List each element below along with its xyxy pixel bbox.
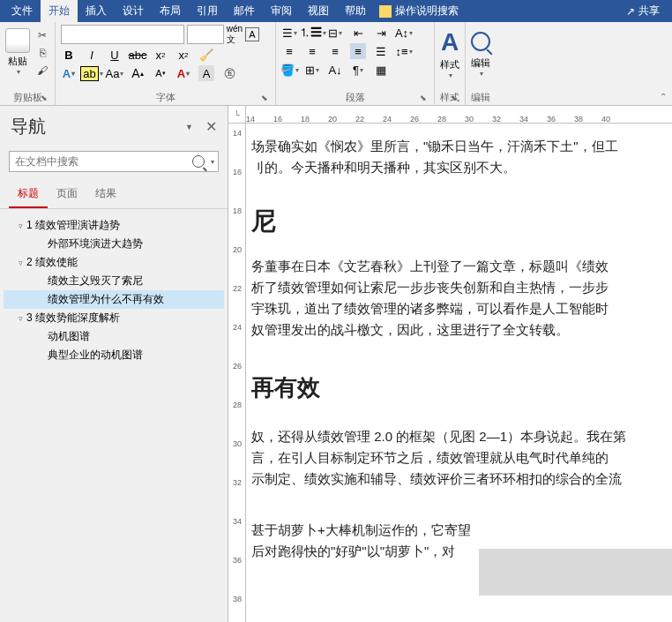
vertical-ruler[interactable]: 14161820222426283032343638 <box>228 124 246 622</box>
superscript-button[interactable]: x2 <box>175 47 191 63</box>
styles-dropdown[interactable]: ▾ <box>449 71 452 79</box>
tab-insert[interactable]: 插入 <box>78 0 115 22</box>
clipboard-launcher-icon[interactable]: ⬊ <box>41 94 48 102</box>
find-icon[interactable] <box>471 32 490 51</box>
format-painter-icon[interactable]: 🖌 <box>35 64 49 78</box>
share-button[interactable]: ↗共享 <box>617 4 668 19</box>
navigation-pane: 导航 ▼ ✕ ▾ 标题 页面 结果 ▿1 绩效管理演讲趋势外部环境演进大趋势▿2… <box>0 106 228 622</box>
tab-review[interactable]: 审阅 <box>263 0 300 22</box>
bold-button[interactable]: B <box>61 47 77 63</box>
pinyin-guide-icon[interactable]: wén文 <box>227 26 243 42</box>
nav-tab-headings[interactable]: 标题 <box>9 181 48 208</box>
group-font: wén文 A B I U abc x2 x2 🧹 A▾ ab▾ Aa▾ A▴ A… <box>56 22 276 106</box>
change-case-icon[interactable]: Aa▾ <box>107 65 123 81</box>
nav-tree-item[interactable]: ▿2 绩效使能 <box>4 253 224 272</box>
sort-icon[interactable]: A↓ <box>327 62 343 78</box>
align-center-icon[interactable]: ≡ <box>304 43 320 59</box>
nav-search-box[interactable]: ▾ <box>9 151 219 172</box>
ruler-corner-icon: └ <box>228 106 246 124</box>
nav-tree-item[interactable]: 外部环境演进大趋势 <box>4 235 224 253</box>
group-clipboard: 粘贴 ▾ ✂ ⎘ 🖌 剪贴板⬊ <box>0 22 56 106</box>
tab-mailings[interactable]: 邮件 <box>226 0 263 22</box>
snap-grid-icon[interactable]: ▦ <box>373 62 389 78</box>
ribbon: 粘贴 ▾ ✂ ⎘ 🖌 剪贴板⬊ wén文 A B I U abc x2 x2 🧹 <box>0 22 672 106</box>
menu-bar: 文件 开始 插入 设计 布局 引用 邮件 审阅 视图 帮助 操作说明搜索 ↗共享 <box>0 0 672 22</box>
tab-file[interactable]: 文件 <box>4 0 41 22</box>
styles-launcher-icon[interactable]: ⬊ <box>451 94 458 102</box>
font-color-icon[interactable]: A▾ <box>175 65 191 81</box>
nav-tree-item[interactable]: 典型企业的动机图谱 <box>4 346 224 364</box>
tab-home[interactable]: 开始 <box>41 0 78 22</box>
clipboard-label: 剪贴板 <box>13 92 42 102</box>
highlight-icon[interactable]: ab▾ <box>84 65 100 81</box>
collapse-ribbon-icon[interactable]: ⌃ <box>660 92 667 101</box>
nav-tree-item[interactable]: 绩效主义毁灭了索尼 <box>4 272 224 290</box>
clear-format-icon[interactable]: 🧹 <box>198 47 214 63</box>
decrease-indent-icon[interactable]: ⇤ <box>350 25 366 41</box>
tab-help[interactable]: 帮助 <box>337 0 374 22</box>
italic-button[interactable]: I <box>84 47 100 63</box>
horizontal-ruler[interactable]: └ 1416182022242628303234363840 <box>228 106 672 124</box>
nav-tree-item[interactable]: ▿3 绩效势能深度解析 <box>4 309 224 327</box>
subscript-button[interactable]: x2 <box>153 47 168 63</box>
increase-indent-icon[interactable]: ⇥ <box>373 25 389 41</box>
body-text: 言，在引人目标制定环节之后，绩效管理就从电气时代单纯的 <box>251 447 663 468</box>
line-spacing-icon[interactable]: ↕≡▾ <box>396 43 412 59</box>
strikethrough-button[interactable]: abc <box>130 47 146 63</box>
edit-button[interactable]: 编辑 <box>471 56 490 70</box>
nav-tab-results[interactable]: 结果 <box>86 181 125 208</box>
copy-icon[interactable]: ⎘ <box>35 46 49 60</box>
font-name-select[interactable] <box>61 25 184 44</box>
multilevel-icon[interactable]: ⊟▾ <box>327 25 343 41</box>
asian-layout-icon[interactable]: A↕▾ <box>396 25 412 41</box>
char-border-icon[interactable]: A <box>245 27 259 41</box>
body-text: 奴管理发出的战斗檄文，因此，这里进行了全文转载。 <box>251 319 663 341</box>
nav-tab-pages[interactable]: 页面 <box>48 181 86 208</box>
numbering-icon[interactable]: ⒈☰▾ <box>304 25 320 41</box>
body-text: 奴，还得从绩效管理 2.0 的框架（见图 2—1）本身说起。我在第 <box>251 426 663 447</box>
tell-me-search[interactable]: 操作说明搜索 <box>379 4 459 19</box>
text-effects-icon[interactable]: A▾ <box>61 65 77 81</box>
nav-dropdown-icon[interactable]: ▼ <box>185 123 193 131</box>
paste-button[interactable]: 粘贴 <box>8 55 27 68</box>
tab-layout[interactable]: 布局 <box>152 0 189 22</box>
body-text: 务董事在日本《文艺春秋》上刊登了一篇文章，标题叫《绩效 <box>251 256 663 277</box>
distributed-icon[interactable]: ☰ <box>373 43 389 59</box>
bulb-icon <box>379 5 392 18</box>
font-launcher-icon[interactable]: ⬊ <box>261 94 268 102</box>
cut-icon[interactable]: ✂ <box>35 28 49 42</box>
nav-close-icon[interactable]: ✕ <box>205 118 217 135</box>
nav-search-input[interactable] <box>10 155 192 168</box>
nav-tree-item[interactable]: 动机图谱 <box>4 327 224 346</box>
nav-title: 导航 <box>11 115 173 139</box>
shrink-font-icon[interactable]: A▾ <box>153 65 168 81</box>
edit-dropdown[interactable]: ▾ <box>480 70 483 78</box>
search-icon[interactable] <box>192 155 205 168</box>
align-right-icon[interactable]: ≡ <box>327 43 343 59</box>
tab-view[interactable]: 视图 <box>300 0 337 22</box>
font-size-select[interactable] <box>187 25 224 44</box>
underline-button[interactable]: U <box>107 47 123 63</box>
tab-references[interactable]: 引用 <box>189 0 226 22</box>
page-content[interactable]: 场景确实如《悯农》里所言，"锄禾日当午，汗滴禾下土"，但工 刂的。今天播种和明天… <box>246 124 672 622</box>
font-label: 字体 <box>156 92 175 102</box>
styles-button[interactable]: 样式 <box>440 58 459 71</box>
paste-dropdown[interactable]: ▾ <box>17 68 20 76</box>
align-justify-icon[interactable]: ≡ <box>350 43 366 59</box>
shading-icon[interactable]: 🪣▾ <box>281 62 297 78</box>
grow-font-icon[interactable]: A▴ <box>130 65 146 81</box>
borders-icon[interactable]: ⊞▾ <box>304 62 320 78</box>
show-marks-icon[interactable]: ¶▾ <box>350 62 366 78</box>
nav-tree-item[interactable]: ▿1 绩效管理演讲趋势 <box>4 216 224 235</box>
enclose-char-icon[interactable]: ㊄ <box>221 65 237 81</box>
document-area: └ 1416182022242628303234363840 141618202… <box>228 106 672 622</box>
align-left-icon[interactable]: ≡ <box>281 43 297 59</box>
bullets-icon[interactable]: ☰▾ <box>281 25 297 41</box>
nav-tree-item[interactable]: 绩效管理为什么不再有效 <box>4 290 224 309</box>
paste-icon[interactable] <box>5 28 30 53</box>
tab-design[interactable]: 设计 <box>115 0 152 22</box>
search-dropdown-icon[interactable]: ▾ <box>211 158 214 166</box>
char-shading-icon[interactable]: A <box>198 65 214 81</box>
styles-icon[interactable]: A <box>441 28 459 56</box>
paragraph-launcher-icon[interactable]: ⬊ <box>420 94 427 102</box>
